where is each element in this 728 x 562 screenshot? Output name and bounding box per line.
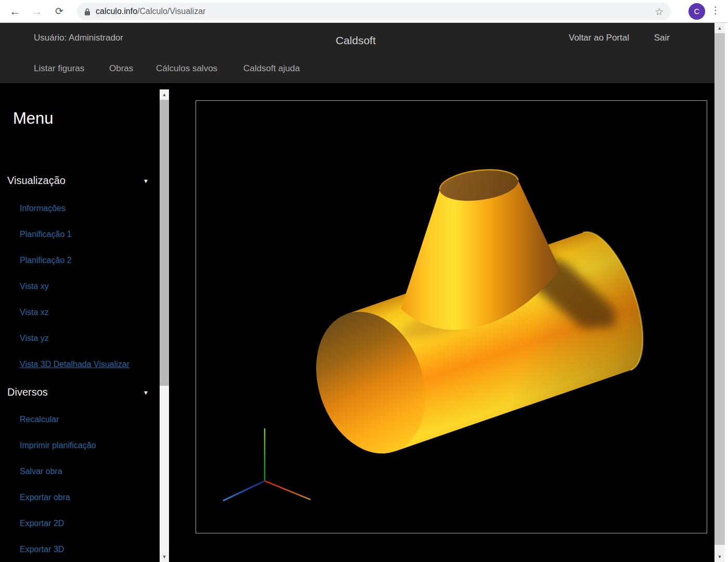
- scrollbar-thumb[interactable]: [160, 100, 169, 386]
- reload-icon[interactable]: ⟳: [51, 4, 67, 19]
- app-title: Caldsoft: [335, 34, 375, 47]
- link-recalcular[interactable]: Recalcular: [20, 407, 155, 433]
- window-edge: [725, 23, 728, 562]
- link-salvar-obra[interactable]: Salvar obra: [20, 459, 155, 485]
- nav-listar-figuras[interactable]: Listar figuras: [34, 63, 84, 74]
- sidebar-menu: Menu Visualização ▼ Informações Planific…: [0, 83, 160, 562]
- logout-link[interactable]: Sair: [654, 33, 670, 43]
- scroll-up-icon[interactable]: ▲: [714, 23, 725, 33]
- address-bar[interactable]: calculo.info/Calculo/Visualizar ☆: [77, 3, 671, 20]
- browser-menu-icon[interactable]: ⋮: [710, 4, 721, 16]
- diversos-links: Recalcular Imprimir planificação Salvar …: [20, 407, 155, 562]
- link-exportar-obra[interactable]: Exportar obra: [20, 485, 155, 511]
- tee-model-svg: [196, 101, 707, 533]
- page-content: Menu Visualização ▼ Informações Planific…: [0, 83, 728, 562]
- axis-z-line: [223, 481, 265, 501]
- link-informacoes[interactable]: Informações: [20, 195, 155, 221]
- nav-calculos-salvos[interactable]: Cálculos salvos: [156, 63, 217, 74]
- link-exportar-2d[interactable]: Exportar 2D: [20, 511, 155, 537]
- scroll-down-icon[interactable]: ▼: [160, 552, 169, 562]
- section-diversos-label: Diversos: [7, 386, 48, 398]
- section-visualizacao-label: Visualização: [7, 175, 66, 187]
- scroll-down-icon[interactable]: ▼: [714, 552, 725, 562]
- nav-caldsoft-ajuda[interactable]: Caldsoft ajuda: [243, 63, 300, 74]
- sidebar-scrollbar: ▲ ▼: [160, 89, 169, 562]
- nav-obras[interactable]: Obras: [109, 63, 133, 74]
- portal-link[interactable]: Voltar ao Portal: [569, 33, 629, 43]
- section-visualizacao[interactable]: Visualização ▼: [7, 175, 149, 187]
- app-header: Usuário: Administrador Caldsoft Voltar a…: [0, 23, 728, 83]
- axis-indicator: [223, 428, 310, 501]
- viewer-area: [169, 83, 714, 562]
- tee-model: [298, 165, 658, 468]
- scrollbar-track[interactable]: [714, 33, 725, 552]
- axis-x-line: [265, 481, 310, 500]
- scrollbar-thumb[interactable]: [714, 33, 725, 545]
- section-diversos[interactable]: Diversos ▼: [7, 386, 149, 398]
- chevron-down-icon: ▼: [143, 389, 149, 396]
- bookmark-star-icon[interactable]: ☆: [655, 6, 664, 18]
- link-vista-xz[interactable]: Vista xz: [20, 299, 155, 325]
- link-vista-xy[interactable]: Vista xy: [20, 273, 155, 299]
- url-path: /Calculo/Visualizar: [137, 7, 205, 16]
- viewport-3d[interactable]: [196, 100, 707, 533]
- link-exportar-3d[interactable]: Exportar 3D: [20, 537, 155, 562]
- url-text[interactable]: calculo.info/Calculo/Visualizar: [96, 7, 205, 16]
- browser-scrollbar: ▲ ▼: [714, 23, 725, 562]
- browser-chrome: ← → ⟳ calculo.info/Calculo/Visualizar ☆ …: [0, 0, 728, 23]
- scrollbar-track[interactable]: [160, 100, 169, 552]
- link-vista-3d-detalhada[interactable]: Vista 3D Detalhada Visualizar: [20, 351, 155, 377]
- link-vista-yz[interactable]: Vista yz: [20, 325, 155, 351]
- lock-icon: [84, 8, 90, 16]
- back-icon[interactable]: ←: [7, 4, 23, 19]
- scroll-up-icon[interactable]: ▲: [160, 89, 169, 100]
- link-planificacao-1[interactable]: Planificação 1: [20, 221, 155, 247]
- user-label: Usuário: Administrador: [34, 33, 123, 43]
- link-planificacao-2[interactable]: Planificação 2: [20, 247, 155, 273]
- visualizacao-links: Informações Planificação 1 Planificação …: [20, 195, 155, 377]
- forward-icon[interactable]: →: [29, 4, 45, 19]
- link-imprimir-planificacao[interactable]: Imprimir planificação: [20, 433, 155, 459]
- chevron-down-icon: ▼: [143, 178, 149, 184]
- menu-title: Menu: [13, 109, 54, 128]
- profile-avatar[interactable]: C: [688, 3, 705, 20]
- url-host: calculo.info: [96, 7, 137, 16]
